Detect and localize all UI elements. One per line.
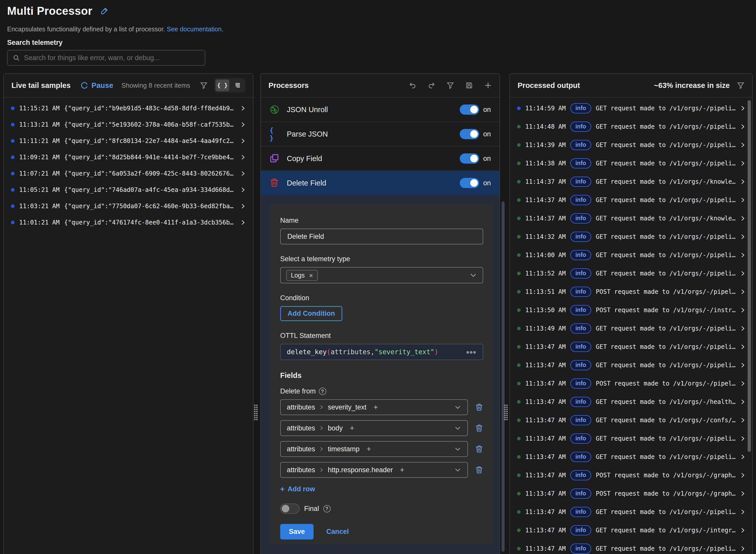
processor-enabled-toggle[interactable] — [460, 153, 479, 164]
output-row[interactable]: 11:14:37 AM info GET request made to /v1… — [510, 191, 752, 209]
filter-icon[interactable] — [737, 81, 745, 89]
chevron-right-icon[interactable] — [740, 289, 746, 294]
chevron-right-icon[interactable] — [240, 220, 246, 225]
output-row[interactable]: 11:13:47 AM info GET request made to /v1… — [510, 540, 752, 554]
output-row[interactable]: 11:14:32 AM info GET request made to /v1… — [510, 228, 752, 246]
chevron-right-icon[interactable] — [740, 161, 746, 166]
chevron-right-icon[interactable] — [740, 363, 746, 368]
output-row[interactable]: 11:13:47 AM info GET request made to /v1… — [510, 503, 752, 521]
chevron-right-icon[interactable] — [740, 509, 746, 515]
log-row[interactable]: 11:09:21 AM {"query_id":"8d25b844-941e-4… — [4, 149, 253, 165]
panel-divider-scrollbar[interactable] — [502, 201, 505, 552]
undo-icon[interactable] — [409, 81, 417, 89]
chevron-right-icon[interactable] — [240, 138, 246, 144]
delete-row-icon[interactable] — [475, 445, 483, 453]
save-icon[interactable] — [465, 81, 473, 89]
edit-pencil-icon[interactable] — [100, 7, 109, 15]
chevron-right-icon[interactable] — [740, 197, 746, 203]
chevron-right-icon[interactable] — [240, 122, 246, 127]
redo-icon[interactable] — [428, 81, 435, 89]
log-row[interactable]: 11:01:21 AM {"query_id":"476174fc-8ee0-4… — [4, 214, 253, 231]
processor-enabled-toggle[interactable] — [460, 178, 479, 188]
delete-row-icon[interactable] — [475, 466, 483, 474]
see-documentation-link[interactable]: See documentation. — [167, 25, 224, 33]
save-button[interactable]: Save — [280, 524, 314, 540]
ottl-statement-field[interactable]: delete_key(attributes, "severity_text") — [280, 344, 483, 360]
output-row[interactable]: 11:14:00 AM info GET request made to /v1… — [510, 246, 752, 264]
field-path-select[interactable]: attributes timestamp — [280, 441, 468, 457]
output-row[interactable]: 11:14:38 AM info GET request made to /v1… — [510, 154, 752, 172]
chevron-right-icon[interactable] — [740, 546, 746, 551]
chevron-right-icon[interactable] — [240, 154, 246, 160]
output-row[interactable]: 11:13:47 AM info GET request made to /v1… — [510, 338, 752, 356]
chevron-right-icon[interactable] — [740, 436, 746, 441]
add-segment-icon[interactable] — [374, 403, 378, 411]
telemetry-type-select[interactable]: Logs — [280, 267, 483, 283]
output-row[interactable]: 11:13:47 AM info POST request made to /v… — [510, 485, 752, 503]
chevron-right-icon[interactable] — [740, 528, 746, 533]
add-segment-icon[interactable] — [350, 424, 354, 433]
log-row[interactable]: 11:13:21 AM {"query_id":"5e193602-378a-4… — [4, 116, 253, 133]
chevron-right-icon[interactable] — [740, 216, 746, 221]
panel-resize-handle[interactable] — [504, 405, 508, 421]
remove-chip-icon[interactable] — [309, 272, 313, 279]
chevron-right-icon[interactable] — [740, 381, 746, 386]
add-segment-icon[interactable] — [400, 466, 404, 474]
chevron-right-icon[interactable] — [240, 106, 246, 111]
chevron-right-icon[interactable] — [240, 171, 246, 176]
scrollbar-thumb[interactable] — [748, 100, 751, 452]
output-row[interactable]: 11:13:47 AM info GET request made to /v1… — [510, 393, 752, 411]
search-input[interactable]: Search for things like error, warn, or d… — [7, 50, 205, 66]
chevron-right-icon[interactable] — [740, 179, 746, 184]
chevron-right-icon[interactable] — [240, 187, 246, 192]
delete-row-icon[interactable] — [475, 403, 483, 411]
output-row[interactable]: 11:13:49 AM info GET request made to /v1… — [510, 319, 752, 338]
chevron-right-icon[interactable] — [240, 203, 246, 209]
chevron-right-icon[interactable] — [740, 454, 746, 460]
processor-row[interactable]: Parse JSON on — [261, 122, 500, 147]
processor-row[interactable]: Delete Field on — [261, 171, 500, 196]
output-row[interactable]: 11:14:37 AM info GET request made to /v1… — [510, 172, 752, 191]
log-row[interactable]: 11:03:21 AM {"query_id":"7750da07-6c62-4… — [4, 198, 253, 214]
chevron-right-icon[interactable] — [740, 142, 746, 148]
final-toggle[interactable] — [280, 504, 300, 514]
output-row[interactable]: 11:13:52 AM info GET request made to /v1… — [510, 264, 752, 283]
processor-enabled-toggle[interactable] — [460, 105, 479, 115]
filter-icon[interactable] — [200, 81, 207, 89]
chevron-right-icon[interactable] — [740, 252, 746, 258]
field-path-select[interactable]: attributes http.response.header — [280, 462, 468, 478]
panel-resize-handle[interactable] — [254, 405, 258, 421]
chevron-right-icon[interactable] — [740, 326, 746, 331]
field-path-select[interactable]: attributes body — [280, 420, 468, 436]
add-condition-button[interactable]: Add Condition — [280, 306, 342, 321]
pause-button[interactable]: Pause — [81, 81, 113, 90]
chevron-right-icon[interactable] — [740, 473, 746, 478]
code-overflow-icon[interactable] — [466, 349, 477, 354]
output-row[interactable]: 11:13:47 AM info GET request made to /v1… — [510, 429, 752, 448]
add-processor-icon[interactable] — [484, 81, 492, 89]
chevron-right-icon[interactable] — [740, 307, 746, 313]
output-row[interactable]: 11:13:47 AM info POST request made to /v… — [510, 374, 752, 393]
filter-icon[interactable] — [446, 81, 454, 89]
chevron-right-icon[interactable] — [740, 234, 746, 239]
chevron-right-icon[interactable] — [740, 399, 746, 405]
field-path-select[interactable]: attributes severity_text — [280, 399, 468, 415]
text-view-button[interactable] — [230, 79, 244, 91]
cancel-button[interactable]: Cancel — [326, 528, 349, 536]
output-row[interactable]: 11:14:48 AM info GET request made to /v1… — [510, 117, 752, 136]
log-row[interactable]: 11:05:21 AM {"query_id":"746ad07a-a4fc-4… — [4, 182, 253, 198]
processor-row[interactable]: JSON Unroll on — [261, 98, 500, 122]
output-row[interactable]: 11:13:51 AM info POST request made to /v… — [510, 283, 752, 301]
chevron-right-icon[interactable] — [740, 491, 746, 496]
output-row[interactable]: 11:13:47 AM info GET request made to /v1… — [510, 356, 752, 374]
output-row[interactable]: 11:13:47 AM info POST request made to /v… — [510, 466, 752, 485]
output-row[interactable]: 11:14:39 AM info GET request made to /v1… — [510, 136, 752, 154]
chevron-right-icon[interactable] — [740, 418, 746, 423]
output-row[interactable]: 11:13:50 AM info POST request made to /v… — [510, 301, 752, 319]
add-segment-icon[interactable] — [367, 445, 371, 453]
name-field[interactable]: Delete Field — [280, 229, 483, 244]
processor-enabled-toggle[interactable] — [460, 129, 479, 139]
processor-row[interactable]: Copy Field on — [261, 147, 500, 171]
log-row[interactable]: 11:11:21 AM {"query_id":"8fc80134-22e7-4… — [4, 133, 253, 149]
json-view-button[interactable] — [215, 79, 229, 91]
